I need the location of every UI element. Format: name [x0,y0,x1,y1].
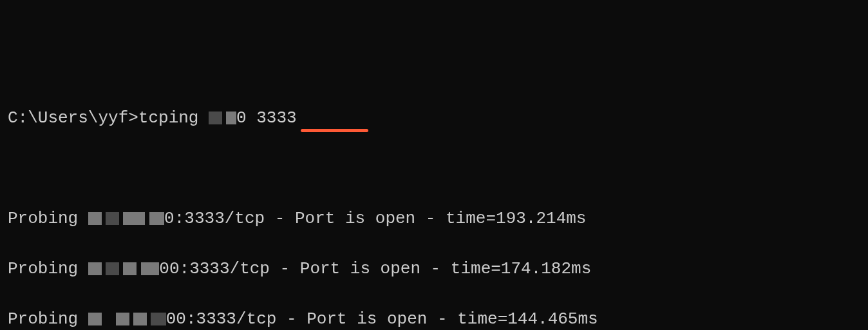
redacted-block [88,313,102,325]
probe-time: time=144.465ms [457,309,598,329]
probe-line: Probing 00:3333/tcp - Port is open - tim… [8,307,860,330]
probe-line: Probing 0:3333/tcp - Port is open - time… [8,206,860,231]
prompt-line: C:\Users\yyf>tcping 0 3333 [8,106,860,131]
redacted-block [123,262,137,275]
prompt-path: C:\Users\yyf> [8,108,138,128]
redacted-block [123,212,145,225]
red-underline [301,129,368,132]
probe-line: Probing 00:3333/tcp - Port is open - tim… [8,257,860,282]
port-status: Port is open [295,209,415,228]
port-status: Port is open [307,309,427,329]
blank-line [8,156,860,181]
redacted-tail: 00 [166,309,186,329]
redacted-block [226,112,236,124]
redacted-block [209,112,222,124]
command: tcping [138,108,199,128]
redacted-block [106,212,119,225]
port-arg: 3333 [256,108,296,128]
redacted-block [133,313,147,325]
redacted-block [141,262,160,275]
redacted-block [88,212,102,225]
redacted-tail: 0 [164,209,175,228]
port-proto: :3333/tcp [186,309,276,329]
port-proto: :3333/tcp [180,259,270,278]
probe-prefix: Probing [8,259,88,278]
redacted-block [88,262,102,275]
redacted-block [116,313,129,325]
redacted-block [149,212,164,225]
probe-prefix: Probing [8,309,88,329]
probe-prefix: Probing [8,209,88,228]
port-proto: :3333/tcp [175,209,265,228]
redacted-block [151,313,165,325]
redacted-tail: 00 [159,259,179,278]
redacted-tail: 0 [236,108,247,128]
redacted-block [106,262,119,275]
probe-time: time=174.182ms [451,259,591,278]
probe-time: time=193.214ms [446,209,586,228]
port-status: Port is open [300,259,420,278]
